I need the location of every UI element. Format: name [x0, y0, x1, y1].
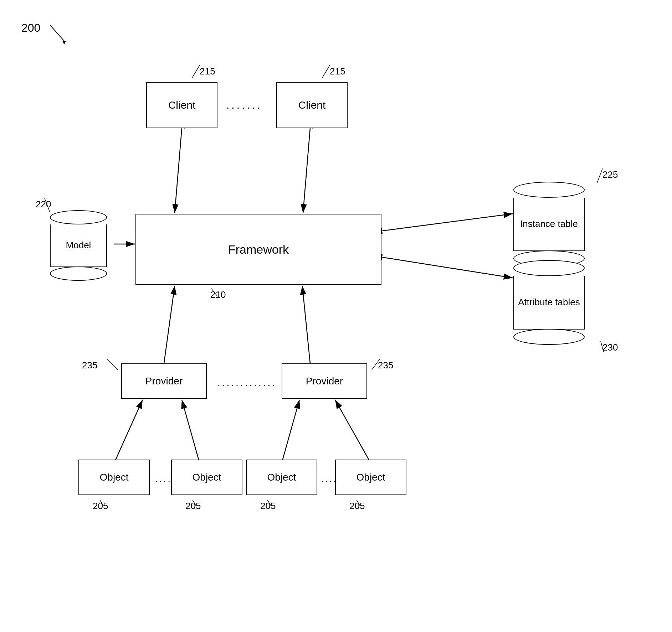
figure-label: 200 — [21, 21, 40, 35]
instance-table-cylinder: Instance table — [513, 182, 585, 266]
object1-box: Object — [78, 460, 150, 495]
svg-line-11 — [114, 400, 143, 463]
attribute-tables-ref: 230 — [602, 342, 618, 353]
clients-dots: ....... — [226, 99, 262, 111]
client2-ref: 215 — [330, 66, 345, 77]
provider2-ref: 235 — [378, 360, 393, 371]
framework-box: Framework — [135, 214, 381, 285]
svg-line-4 — [175, 128, 182, 213]
object4-box: Object — [335, 460, 406, 495]
svg-line-12 — [182, 400, 200, 463]
object1-ref: 205 — [93, 501, 108, 512]
providers-dots: ............. — [217, 377, 277, 388]
svg-line-10 — [302, 286, 310, 363]
diagram-container: 200 Client 215 ....... Client 215 Model … — [0, 0, 672, 632]
model-cylinder: Model — [50, 210, 107, 281]
object3-ref: 205 — [260, 501, 276, 512]
object2-box: Object — [171, 460, 242, 495]
svg-line-17 — [192, 65, 200, 78]
svg-line-7 — [382, 214, 513, 231]
framework-ref: 210 — [210, 289, 226, 300]
client2-box: Client — [276, 82, 348, 128]
object3-box: Object — [246, 460, 317, 495]
svg-line-23 — [107, 359, 118, 370]
client1-box: Client — [146, 82, 217, 128]
svg-line-5 — [303, 128, 310, 213]
object2-ref: 205 — [185, 501, 201, 512]
svg-line-18 — [322, 65, 330, 78]
svg-line-8 — [382, 257, 513, 278]
provider2-box: Provider — [282, 363, 367, 399]
svg-line-15 — [50, 25, 64, 41]
svg-line-14 — [335, 400, 371, 463]
provider1-ref: 235 — [82, 360, 97, 371]
svg-marker-16 — [62, 41, 66, 45]
instance-table-ref: 225 — [602, 169, 618, 180]
svg-line-9 — [164, 286, 175, 363]
model-ref: 220 — [36, 199, 51, 210]
svg-line-21 — [597, 169, 602, 183]
provider1-box: Provider — [121, 363, 207, 399]
client1-ref: 215 — [200, 66, 215, 77]
svg-line-13 — [282, 400, 299, 463]
attribute-tables-cylinder: Attribute tables — [513, 260, 585, 345]
object4-ref: 205 — [349, 501, 365, 512]
